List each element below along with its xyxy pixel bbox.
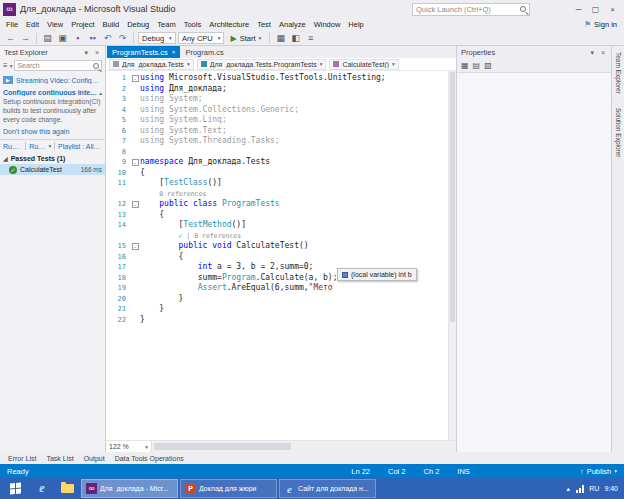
search-icon: [93, 63, 99, 69]
editor-tab-programtests-cs[interactable]: ProgramTests.cs×: [107, 46, 180, 58]
categorized-icon[interactable]: ▦: [461, 61, 469, 70]
fold-collapse-icon[interactable]: -: [132, 159, 139, 166]
code-token: namespace: [140, 157, 188, 166]
bottom-tab-task-list[interactable]: Task List: [41, 455, 78, 462]
breadcrumb-item-0[interactable]: Для_доклада.Tests▾: [109, 59, 194, 70]
code-token: Microsoft.VisualStudio.TestTools.UnitTes…: [169, 73, 386, 82]
panel-close-icon[interactable]: ×: [93, 49, 101, 56]
close-button[interactable]: ×: [604, 2, 621, 16]
bottom-tab-error-list[interactable]: Error List: [3, 455, 41, 462]
network-icon[interactable]: [576, 485, 584, 493]
properties-header[interactable]: Properties ▾ ×: [457, 46, 611, 59]
publish-button[interactable]: ↑ Publish ▾: [580, 467, 617, 476]
redo-icon[interactable]: ↷: [116, 32, 129, 45]
status-line: Ln 22: [351, 467, 370, 476]
navigate-forward-icon[interactable]: →: [19, 32, 32, 45]
save-all-icon[interactable]: ▪▪: [86, 32, 99, 45]
panel-menu-icon[interactable]: ▾: [588, 49, 596, 57]
ci-heading-link[interactable]: Configure continuous integration: [3, 89, 99, 96]
fold-collapse-icon[interactable]: -: [132, 75, 139, 82]
fold-collapse-icon[interactable]: -: [132, 201, 139, 208]
menu-build[interactable]: Build: [99, 19, 124, 30]
maximize-button[interactable]: ▢: [587, 2, 604, 16]
taskbar-explorer-button[interactable]: [56, 479, 78, 498]
menu-window[interactable]: Window: [310, 19, 345, 30]
tab-solution-explorer[interactable]: Solution Explorer: [615, 105, 622, 161]
codelens-row: 0 references: [106, 189, 456, 200]
platform-dropdown[interactable]: Any CPU ▾: [178, 32, 225, 44]
menu-tools[interactable]: Tools: [180, 19, 206, 30]
run-all-link[interactable]: Run All: [3, 143, 22, 150]
taskbar-ie-button[interactable]: e: [31, 479, 53, 498]
toolbar-misc-icon[interactable]: ▦: [274, 32, 287, 45]
menu-team[interactable]: Team: [153, 19, 179, 30]
tray-clock[interactable]: 9:40: [604, 485, 618, 492]
breadcrumb-item-2[interactable]: CalculateTest()▾: [329, 59, 398, 70]
quick-launch-box[interactable]: [412, 3, 530, 16]
panel-menu-icon[interactable]: ▾: [82, 49, 90, 57]
undo-icon[interactable]: ↶: [101, 32, 114, 45]
scrollbar-thumb[interactable]: [450, 72, 455, 322]
start-debug-button[interactable]: ▶ Start ▾: [226, 32, 265, 45]
bottom-tab-data-tools-operations[interactable]: Data Tools Operations: [110, 455, 189, 462]
powerpoint-icon: P: [185, 483, 196, 494]
menu-help[interactable]: Help: [344, 19, 367, 30]
taskbar-app-для-доклада-micr[interactable]: ∞Для_доклада - Micr...: [81, 479, 178, 498]
menu-project[interactable]: Project: [67, 19, 98, 30]
toolbar-misc-icon[interactable]: ≡: [304, 32, 317, 45]
menu-architecture[interactable]: Architecture: [205, 19, 253, 30]
test-explorer-header[interactable]: Test Explorer ▾ ×: [0, 46, 105, 59]
playlist-link[interactable]: Playlist : All Te...: [58, 143, 102, 150]
menu-edit[interactable]: Edit: [22, 19, 43, 30]
test-duration: 166 ms: [81, 166, 102, 173]
taskbar-app-label: Сайт для доклада н...: [298, 485, 369, 492]
code-area[interactable]: 1-using Microsoft.VisualStudio.TestTools…: [106, 71, 456, 440]
minimize-button[interactable]: ─: [570, 2, 587, 16]
new-file-icon[interactable]: ▤: [41, 32, 54, 45]
scrollbar-thumb[interactable]: [154, 443, 291, 450]
taskbar-app-доклад-для-жюри[interactable]: PДоклад для жюри: [180, 479, 277, 498]
menu-analyze[interactable]: Analyze: [275, 19, 310, 30]
menu-file[interactable]: File: [2, 19, 22, 30]
bottom-tab-output[interactable]: Output: [79, 455, 110, 462]
test-result-row[interactable]: ✓ CalculateTest 166 ms: [0, 164, 105, 175]
tray-expand-icon[interactable]: ▲: [565, 486, 571, 492]
taskbar-app-сайт-для-доклада-н[interactable]: eСайт для доклада н...: [279, 479, 376, 498]
test-search-box[interactable]: [14, 60, 102, 71]
editor: ProgramTests.cs×Program.cs Для_доклада.T…: [106, 46, 456, 452]
configuration-dropdown[interactable]: Debug ▾: [138, 32, 176, 44]
save-icon[interactable]: ▪: [71, 32, 84, 45]
editor-tab-program-cs[interactable]: Program.cs: [180, 46, 228, 58]
passed-tests-group[interactable]: ◢ Passed Tests (1): [0, 152, 105, 164]
menu-view[interactable]: View: [43, 19, 67, 30]
codelens-references[interactable]: | 0 references: [182, 232, 241, 240]
collapse-up-icon[interactable]: ▴: [99, 90, 102, 96]
sign-in-button[interactable]: ⚑ Sign in: [584, 20, 622, 29]
zoom-control[interactable]: 122 % ▾: [106, 441, 152, 452]
group-by-icon[interactable]: ≡: [3, 61, 8, 70]
language-indicator[interactable]: RU: [589, 485, 599, 492]
codelens-references[interactable]: 0 references: [159, 190, 206, 198]
navigate-back-icon[interactable]: ←: [4, 32, 17, 45]
open-file-icon[interactable]: ▣: [56, 32, 69, 45]
tab-team-explorer[interactable]: Team Explorer: [615, 49, 622, 97]
toolbar-misc-icon[interactable]: ◧: [289, 32, 302, 45]
tab-close-icon[interactable]: ×: [172, 49, 176, 55]
menu-test[interactable]: Test: [253, 19, 275, 30]
streaming-video-link[interactable]: Streaming Video: Configure co...: [16, 77, 102, 84]
property-pages-icon[interactable]: ▧: [484, 61, 492, 70]
alphabetical-icon[interactable]: ▤: [473, 61, 481, 70]
fold-collapse-icon[interactable]: -: [132, 243, 139, 250]
fold-margin: [130, 315, 140, 326]
vertical-scrollbar[interactable]: [448, 71, 456, 440]
run-menu-link[interactable]: Run...: [29, 143, 45, 150]
quick-launch-input[interactable]: [416, 5, 517, 14]
menu-debug[interactable]: Debug: [123, 19, 153, 30]
dismiss-link[interactable]: Don't show this again: [3, 128, 69, 135]
breadcrumb-item-1[interactable]: Для_доклада.Tests.ProgramTests▾: [197, 59, 327, 70]
test-search-input[interactable]: [17, 62, 93, 69]
panel-close-icon[interactable]: ×: [599, 49, 607, 56]
horizontal-scrollbar[interactable]: [152, 441, 456, 452]
start-button[interactable]: [2, 478, 28, 499]
streaming-video-row[interactable]: ▶ Streaming Video: Configure co...: [0, 72, 105, 86]
